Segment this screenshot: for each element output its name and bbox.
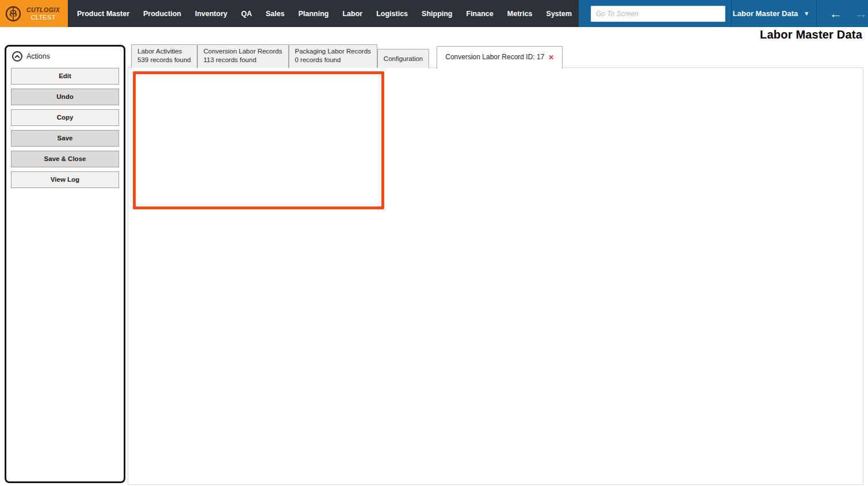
- menu-item-sales[interactable]: Sales: [261, 6, 289, 21]
- menu-item-planning[interactable]: Planning: [294, 6, 334, 21]
- record-content-panel: [128, 67, 863, 485]
- navbar-right-section: Labor Master Data ▼ ← → ✕ ☆: [579, 0, 868, 27]
- action-buttons: EditUndoCopySaveSave & CloseView Log: [6, 68, 124, 188]
- menu-item-inventory[interactable]: Inventory: [190, 6, 232, 21]
- tab-conversion-labor-record-id-17[interactable]: Conversion Labor Record ID: 17✕: [437, 46, 563, 69]
- collapse-panel-icon[interactable]: [12, 51, 22, 62]
- menu-item-logistics[interactable]: Logistics: [372, 6, 412, 21]
- screen-selector-dropdown[interactable]: Labor Master Data ▼: [732, 0, 810, 27]
- main-menu: Product MasterProductionInventoryQASales…: [68, 0, 579, 27]
- menu-item-system[interactable]: System: [542, 6, 576, 21]
- menu-item-product-master[interactable]: Product Master: [72, 6, 134, 21]
- save-close-button[interactable]: Save & Close: [11, 151, 119, 167]
- record-tabs: Labor Activities539 records foundConvers…: [131, 44, 563, 68]
- edit-button[interactable]: Edit: [11, 68, 119, 85]
- menu-item-labor[interactable]: Labor: [338, 6, 367, 21]
- top-navbar: CUTLOGIX CLTEST Product MasterProduction…: [0, 0, 868, 27]
- chevron-down-icon: ▼: [804, 10, 809, 17]
- tab-title: Configuration: [384, 55, 423, 63]
- menu-item-finance[interactable]: Finance: [462, 6, 498, 21]
- tab-conversion-labor-records[interactable]: Conversion Labor Records113 records foun…: [197, 44, 289, 68]
- actions-panel: Actions EditUndoCopySaveSave & CloseView…: [5, 45, 125, 483]
- tab-labor-activities[interactable]: Labor Activities539 records found: [131, 44, 197, 68]
- tab-close-icon[interactable]: ✕: [548, 54, 554, 61]
- tab-record-count: 539 records found: [137, 56, 191, 64]
- back-arrow-icon[interactable]: ←: [829, 7, 842, 20]
- page-title: Labor Master Data: [760, 28, 862, 41]
- tab-record-count: 113 records found: [204, 56, 282, 64]
- copy-button[interactable]: Copy: [11, 109, 119, 126]
- menu-item-metrics[interactable]: Metrics: [503, 6, 537, 21]
- tab-packaging-labor-records[interactable]: Packaging Labor Records0 records found: [289, 44, 377, 68]
- tab-title: Conversion Labor Records: [204, 47, 282, 56]
- tab-title: Conversion Labor Record ID: 17: [445, 53, 544, 62]
- brand-name: CUTLOGIX: [26, 6, 60, 13]
- view-log-button[interactable]: View Log: [11, 171, 119, 188]
- menu-item-shipping[interactable]: Shipping: [417, 6, 457, 21]
- tab-title: Labor Activities: [137, 47, 191, 56]
- labor-master-data-screen: CUTLOGIX CLTEST Product MasterProduction…: [0, 0, 868, 486]
- menu-item-production[interactable]: Production: [139, 6, 186, 21]
- menu-item-qa[interactable]: QA: [236, 6, 257, 21]
- tab-record-count: 0 records found: [295, 56, 371, 64]
- forward-arrow-icon[interactable]: →: [855, 7, 867, 20]
- tab-configuration[interactable]: Configuration: [377, 49, 429, 68]
- actions-panel-title: Actions: [26, 52, 50, 60]
- undo-button[interactable]: Undo: [11, 89, 119, 105]
- screen-selector-label: Labor Master Data: [733, 9, 798, 18]
- environment-name: CLTEST: [31, 14, 56, 21]
- go-to-screen-input[interactable]: [591, 6, 725, 22]
- brain-logo-icon: [5, 5, 22, 22]
- app-logo[interactable]: CUTLOGIX CLTEST: [0, 0, 68, 27]
- tab-title: Packaging Labor Records: [295, 47, 371, 56]
- save-button[interactable]: Save: [11, 130, 119, 147]
